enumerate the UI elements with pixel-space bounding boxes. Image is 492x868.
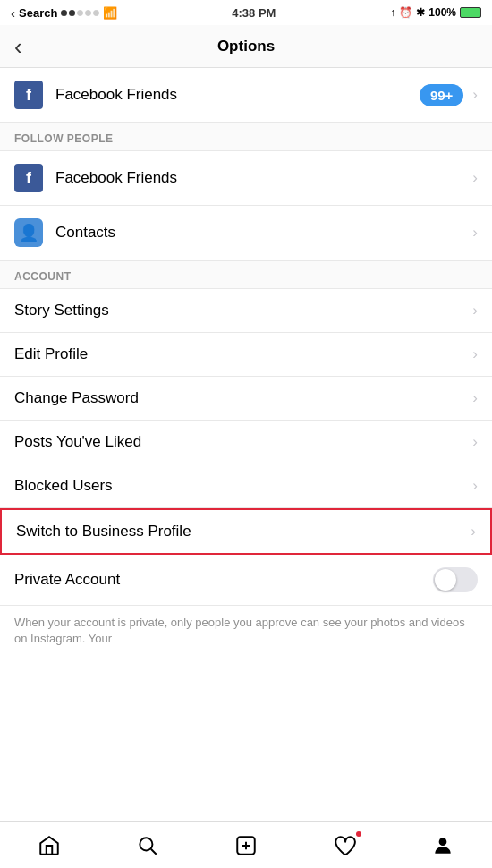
section-header-account: ACCOUNT	[0, 260, 492, 289]
posts-liked-chevron: ›	[472, 433, 478, 451]
signal-dots	[61, 10, 99, 16]
tab-home[interactable]	[27, 826, 72, 865]
private-account-label: Private Account	[14, 571, 120, 589]
facebook-friends-top-row[interactable]: f Facebook Friends 99+ ›	[0, 68, 492, 123]
dot-2	[69, 10, 75, 16]
facebook-friends-icon: f	[14, 164, 43, 192]
story-settings-chevron: ›	[472, 302, 478, 319]
home-icon	[38, 834, 61, 857]
edit-profile-chevron: ›	[472, 345, 478, 363]
dot-4	[85, 10, 91, 16]
tab-bar	[0, 821, 492, 868]
list-item[interactable]: Story Settings ›	[0, 289, 492, 333]
fb-top-left: f Facebook Friends	[14, 81, 177, 109]
back-button[interactable]: ‹	[14, 35, 22, 58]
status-back: ‹	[11, 5, 15, 21]
list-item[interactable]: 👤 Contacts ›	[0, 206, 492, 260]
switch-business-chevron: ›	[471, 523, 476, 540]
heart-icon	[333, 834, 356, 857]
list-item[interactable]: Posts You've Liked ›	[0, 421, 492, 464]
list-item[interactable]: Edit Profile ›	[0, 333, 492, 377]
row-left: 👤 Contacts	[14, 218, 115, 247]
tab-heart[interactable]	[322, 826, 367, 865]
list-item[interactable]: Blocked Users ›	[0, 464, 492, 508]
status-carrier: Search	[19, 6, 57, 20]
contacts-row-label: Contacts	[55, 224, 115, 242]
dot-5	[93, 10, 99, 16]
search-icon	[136, 834, 159, 857]
heart-notification-dot	[356, 831, 361, 837]
toggle-knob	[435, 569, 456, 591]
list-item[interactable]: Private Account	[0, 555, 492, 606]
tab-profile[interactable]	[420, 826, 465, 865]
person-icon	[431, 834, 454, 857]
battery-level: 100%	[428, 6, 456, 19]
facebook-friends-row-label: Facebook Friends	[55, 169, 177, 187]
contacts-icon: 👤	[14, 218, 43, 247]
tab-search[interactable]	[125, 826, 170, 865]
change-password-chevron: ›	[472, 389, 478, 407]
wifi-icon: 📶	[103, 6, 117, 20]
contacts-chevron: ›	[472, 224, 478, 242]
fb-top-right: 99+ ›	[420, 84, 478, 106]
dot-1	[61, 10, 67, 16]
blocked-users-label: Blocked Users	[14, 477, 113, 495]
facebook-friends-chevron: ›	[472, 169, 478, 187]
row-left: f Facebook Friends	[14, 164, 177, 192]
switch-business-label: Switch to Business Profile	[16, 523, 191, 540]
tab-add[interactable]	[224, 826, 268, 865]
status-left: ‹ Search 📶	[11, 5, 117, 21]
edit-profile-label: Edit Profile	[14, 345, 88, 363]
list-item[interactable]: Change Password ›	[0, 377, 492, 421]
svg-point-0	[140, 838, 152, 850]
fb-top-chevron: ›	[472, 86, 478, 104]
private-account-description: When your account is private, only peopl…	[0, 606, 492, 660]
status-right: ↑ ⏰ ✱ 100%	[390, 6, 481, 19]
bluetooth-icon: ✱	[416, 6, 425, 19]
switch-to-business-profile-row[interactable]: Switch to Business Profile ›	[0, 508, 492, 555]
status-time: 4:38 PM	[232, 6, 276, 20]
private-account-toggle[interactable]	[433, 567, 478, 592]
blocked-users-chevron: ›	[472, 477, 478, 495]
dot-3	[77, 10, 83, 16]
section-header-follow-people: FOLLOW PEOPLE	[0, 123, 492, 151]
change-password-label: Change Password	[14, 389, 139, 407]
alarm-icon: ⏰	[399, 6, 412, 19]
svg-point-5	[439, 838, 447, 846]
nav-bar: ‹ Options	[0, 25, 492, 68]
add-icon	[234, 834, 258, 857]
svg-line-1	[151, 848, 157, 854]
posts-liked-label: Posts You've Liked	[14, 433, 141, 451]
facebook-icon: f	[14, 81, 43, 109]
location-icon: ↑	[390, 6, 395, 19]
story-settings-label: Story Settings	[14, 302, 109, 319]
list-item[interactable]: f Facebook Friends ›	[0, 151, 492, 206]
friends-count-badge: 99+	[420, 84, 463, 106]
status-bar: ‹ Search 📶 4:38 PM ↑ ⏰ ✱ 100%	[0, 0, 492, 25]
battery-icon	[460, 7, 481, 18]
fb-friends-label: Facebook Friends	[55, 86, 177, 104]
page-title: Options	[217, 38, 275, 55]
